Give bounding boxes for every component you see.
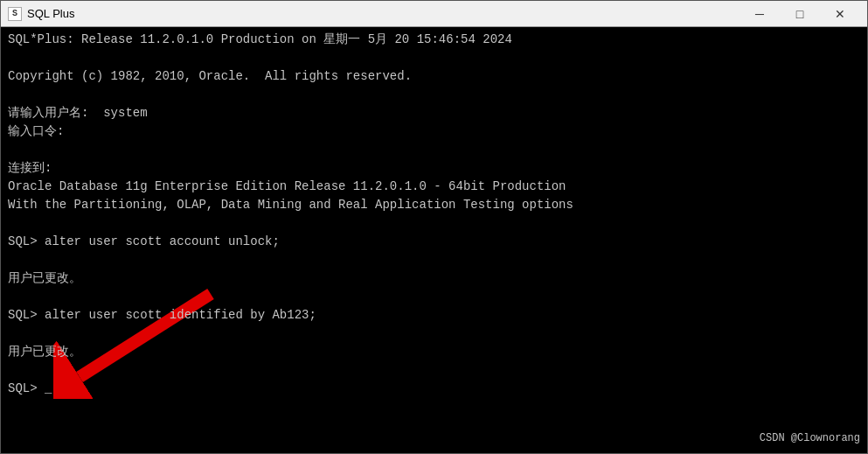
window-controls: ─ □ ✕ bbox=[740, 1, 860, 27]
terminal-line bbox=[8, 361, 860, 380]
watermark: CSDN @Clownorang bbox=[760, 430, 860, 446]
close-button[interactable]: ✕ bbox=[820, 1, 860, 27]
terminal-line: With the Partitioning, OLAP, Data Mining… bbox=[8, 196, 860, 214]
app-icon: S bbox=[8, 7, 22, 21]
minimize-button[interactable]: ─ bbox=[740, 1, 780, 27]
terminal-line bbox=[8, 86, 860, 104]
terminal-line: 输入口令: bbox=[8, 122, 860, 141]
terminal-line bbox=[8, 251, 860, 269]
sql-plus-window: S SQL Plus ─ □ ✕ SQL*Plus: Release 11.2.… bbox=[0, 0, 868, 454]
terminal-line: SQL> alter user scott account unlock; bbox=[8, 233, 860, 251]
terminal-line: SQL> alter user scott identified by Ab12… bbox=[8, 306, 860, 325]
terminal-line bbox=[8, 325, 860, 343]
terminal-line: 请输入用户名: system bbox=[8, 104, 860, 122]
terminal-line bbox=[8, 288, 860, 306]
terminal-line bbox=[8, 49, 860, 67]
terminal-line: SQL> _ bbox=[8, 380, 860, 398]
title-bar: S SQL Plus ─ □ ✕ bbox=[1, 1, 867, 27]
terminal-line: 用户已更改。 bbox=[8, 269, 860, 288]
terminal-line bbox=[8, 214, 860, 233]
terminal-output[interactable]: SQL*Plus: Release 11.2.0.1.0 Production … bbox=[1, 27, 867, 453]
terminal-line: SQL*Plus: Release 11.2.0.1.0 Production … bbox=[8, 31, 860, 49]
terminal-line: Copyright (c) 1982, 2010, Oracle. All ri… bbox=[8, 67, 860, 86]
terminal-line: Oracle Database 11g Enterprise Edition R… bbox=[8, 178, 860, 196]
terminal-line: 连接到: bbox=[8, 159, 860, 178]
terminal-line bbox=[8, 141, 860, 159]
terminal-line: 用户已更改。 bbox=[8, 343, 860, 361]
window-title: SQL Plus bbox=[27, 7, 740, 20]
maximize-button[interactable]: □ bbox=[780, 1, 820, 27]
